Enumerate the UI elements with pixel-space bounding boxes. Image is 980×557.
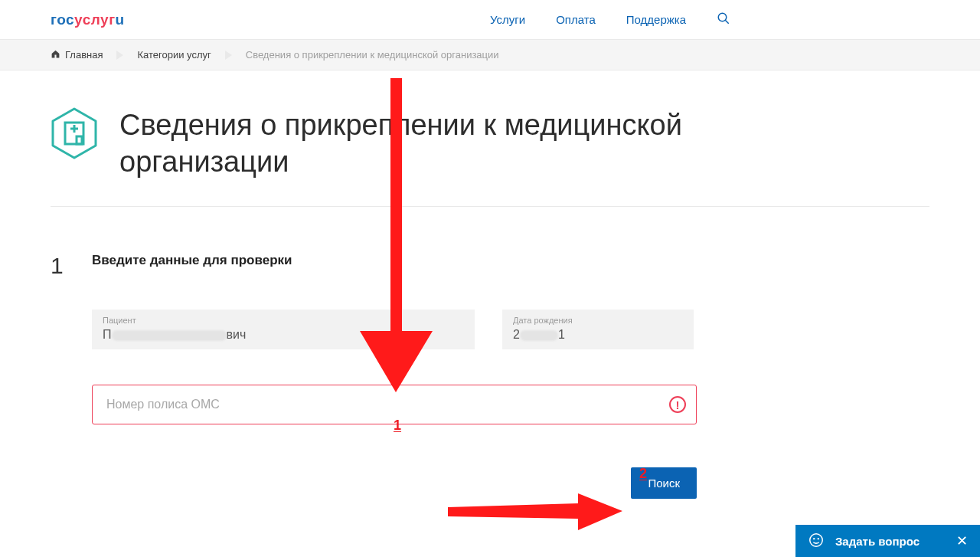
step-1: 1 Введите данные для проверки Пациент Пв…	[51, 253, 929, 499]
home-icon	[51, 49, 60, 61]
annotation-arrow-2	[448, 493, 624, 532]
breadcrumb: Главная Категории услуг Сведения о прикр…	[0, 40, 980, 70]
oms-input-wrap: !	[92, 385, 697, 424]
close-icon[interactable]: ✕	[956, 532, 968, 549]
svg-marker-2	[53, 109, 96, 158]
breadcrumb-separator	[225, 51, 232, 60]
ask-question-widget[interactable]: Задать вопрос ✕	[795, 525, 980, 557]
chat-face-icon	[808, 532, 825, 551]
svg-point-9	[810, 533, 823, 546]
nav-link-services[interactable]: Услуги	[490, 13, 525, 26]
step-number: 1	[51, 253, 66, 279]
breadcrumb-home[interactable]: Главная	[51, 49, 103, 61]
breadcrumb-separator	[116, 51, 123, 60]
svg-point-10	[814, 538, 815, 539]
page-title: Сведения о прикреплении к медицинской ор…	[119, 107, 808, 180]
error-glyph: !	[676, 398, 680, 411]
service-hex-icon	[51, 107, 98, 159]
patient-value: Пвич	[103, 328, 464, 342]
dob-value: 21	[513, 328, 683, 342]
logo-part-1: гос	[51, 11, 74, 28]
dob-label: Дата рождения	[513, 316, 683, 325]
svg-point-11	[818, 538, 818, 539]
page-content: Сведения о прикреплении к медицинской ор…	[0, 70, 980, 499]
error-icon: !	[669, 396, 686, 413]
nav-link-payment[interactable]: Оплата	[556, 13, 596, 26]
ask-question-label: Задать вопрос	[835, 535, 920, 548]
breadcrumb-current: Сведения о прикреплении к медицинской ор…	[246, 49, 499, 61]
search-button[interactable]: Поиск	[631, 467, 697, 499]
breadcrumb-current-label: Сведения о прикреплении к медицинской ор…	[246, 49, 499, 61]
dob-field: Дата рождения 21	[502, 310, 694, 349]
breadcrumb-categories[interactable]: Категории услуг	[137, 49, 211, 61]
search-icon[interactable]	[717, 11, 730, 28]
svg-marker-8	[448, 493, 622, 530]
svg-line-1	[725, 20, 729, 24]
section-divider	[51, 206, 929, 207]
logo-part-2: услуг	[74, 11, 115, 28]
patient-label: Пациент	[103, 316, 464, 325]
nav-links: Услуги Оплата Поддержка	[490, 11, 730, 28]
step-title: Введите данные для проверки	[92, 253, 929, 268]
breadcrumb-home-label: Главная	[65, 49, 103, 61]
svg-rect-6	[77, 136, 82, 144]
nav-link-support[interactable]: Поддержка	[626, 13, 686, 26]
top-nav: госуслугu Услуги Оплата Поддержка	[0, 0, 980, 40]
patient-field: Пациент Пвич	[92, 310, 475, 349]
breadcrumb-categories-label: Категории услуг	[137, 49, 211, 61]
oms-number-input[interactable]	[92, 385, 697, 424]
svg-point-0	[718, 13, 727, 21]
logo-part-3: u	[116, 11, 125, 28]
site-logo[interactable]: госуслугu	[51, 11, 125, 28]
